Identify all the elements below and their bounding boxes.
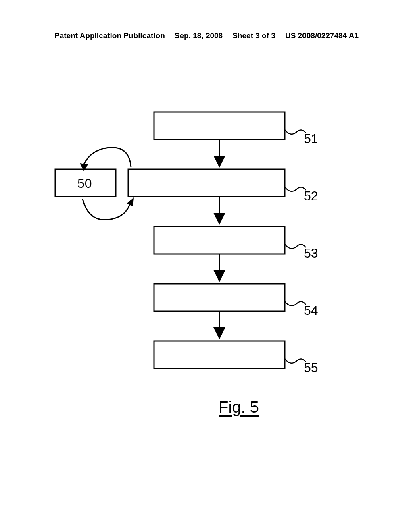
leader-line-52	[285, 187, 306, 191]
leader-line-51	[285, 130, 306, 134]
label-54: 54	[304, 303, 318, 318]
flowchart-box-55	[154, 341, 285, 368]
label-52: 52	[304, 189, 318, 203]
curved-arrow-bottom	[83, 199, 131, 220]
label-51: 51	[304, 131, 318, 146]
leader-line-55	[285, 359, 306, 363]
label-50: 50	[77, 176, 92, 191]
flowchart-box-53	[154, 227, 285, 254]
leader-line-53	[285, 244, 306, 249]
leader-line-54	[285, 301, 306, 306]
curved-arrow-top	[83, 148, 131, 167]
label-55: 55	[304, 360, 318, 375]
label-53: 53	[304, 246, 318, 260]
flowchart-box-54	[154, 284, 285, 311]
flowchart-box-52	[128, 169, 285, 197]
arrowhead-bottom	[127, 197, 134, 206]
figure-caption: Fig. 5	[219, 398, 259, 416]
flowchart-diagram: 51 52 50 53 54 55	[0, 0, 413, 532]
flowchart-box-51	[154, 112, 285, 139]
